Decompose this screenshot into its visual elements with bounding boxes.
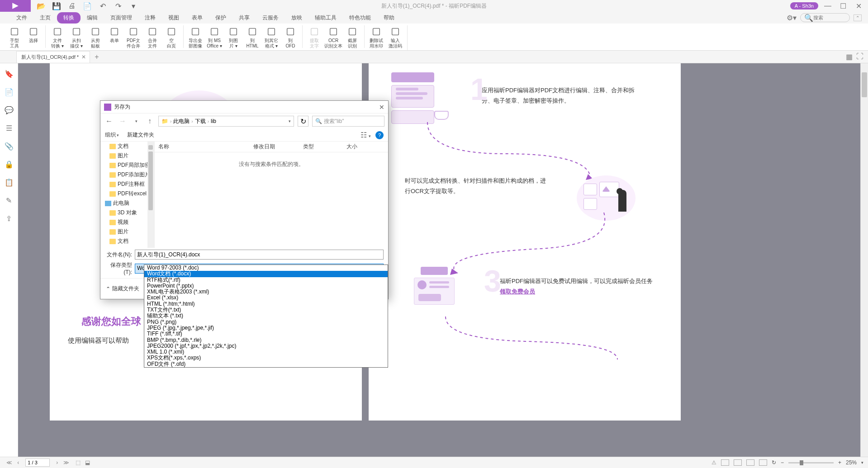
two-page-view[interactable]: [746, 459, 754, 466]
menu-item-8[interactable]: 保护: [209, 12, 232, 24]
selection-mode-icon[interactable]: ⬚: [76, 459, 81, 466]
menu-item-3[interactable]: 编辑: [81, 12, 104, 24]
scrollbar-thumb[interactable]: [862, 72, 867, 97]
zoom-level[interactable]: 25%: [846, 459, 857, 466]
col-size[interactable]: 大小: [343, 143, 370, 151]
filetype-option[interactable]: JPEG (*.jpg,*.jpeg,*.jpe,*.jif): [144, 325, 388, 331]
filetype-option[interactable]: Excel (*.xlsx): [144, 295, 388, 301]
ribbon-btn-1[interactable]: 选择: [24, 25, 43, 44]
tree-item[interactable]: PDF局部加密、f: [100, 161, 154, 170]
tree-item[interactable]: 文档: [100, 236, 154, 246]
tree-item[interactable]: 图片: [100, 151, 154, 161]
share-icon[interactable]: ⇪: [5, 214, 13, 222]
hide-folders-toggle[interactable]: ⌃ 隐藏文件夹: [106, 285, 139, 293]
menu-item-6[interactable]: 视图: [162, 12, 185, 24]
dialog-search-input[interactable]: 🔍 搜索"lib": [312, 116, 384, 127]
undo-icon[interactable]: ↶: [99, 2, 106, 9]
col-name[interactable]: 名称: [155, 143, 250, 151]
zoom-handle[interactable]: [800, 460, 803, 465]
first-page-icon[interactable]: ≪: [5, 459, 14, 466]
comments-icon[interactable]: 💬: [5, 106, 13, 114]
tree-item[interactable]: 此电脑: [100, 199, 154, 208]
tree-item[interactable]: 文档: [100, 142, 154, 151]
filename-input[interactable]: [135, 250, 384, 260]
bookmark-icon[interactable]: 🔖: [5, 70, 13, 78]
menu-item-1[interactable]: 主页: [33, 12, 57, 24]
zoom-dropdown-icon[interactable]: ▾: [861, 460, 863, 465]
filetype-option[interactable]: TIFF (*.tiff,*.tif): [144, 331, 388, 337]
page-number-input[interactable]: [25, 459, 50, 467]
filetype-option[interactable]: RTF格式(*.rtf): [144, 277, 388, 283]
filetype-option[interactable]: XML 1.0 (*.xml): [144, 349, 388, 355]
tree-item[interactable]: 图片: [100, 227, 154, 236]
menu-item-7[interactable]: 表单: [185, 12, 209, 24]
ribbon-btn-16[interactable]: OCR 识别文本: [324, 25, 342, 50]
ribbon-btn-10[interactable]: 到 MS Office ▾: [205, 25, 223, 50]
tree-item[interactable]: 视频: [100, 217, 154, 227]
menu-item-4[interactable]: 页面管理: [104, 12, 138, 24]
pages-icon[interactable]: 📄: [5, 88, 13, 96]
close-button[interactable]: ✕: [853, 1, 864, 10]
folder-tree[interactable]: 文档图片PDF局部加密、fPDF添加图片PDF注释框PDF转excel此电脑3D…: [100, 142, 155, 248]
zoom-slider[interactable]: [788, 462, 834, 463]
ribbon-btn-17[interactable]: 截屏 识别: [343, 25, 361, 50]
options-icon[interactable]: ⚙▾: [787, 14, 797, 22]
save-icon[interactable]: 💾: [53, 2, 60, 9]
filetype-option[interactable]: Word文档 (*.docx): [144, 271, 388, 277]
continuous-view[interactable]: [734, 459, 742, 466]
ribbon-btn-18[interactable]: 删除试 用水印: [367, 25, 385, 50]
menu-item-0[interactable]: 文件: [10, 12, 33, 24]
ribbon-btn-7[interactable]: 合并 文件: [143, 25, 161, 50]
minimize-button[interactable]: —: [822, 1, 834, 10]
tree-item[interactable]: 下载: [100, 246, 154, 248]
ribbon-btn-2[interactable]: 文件 转换 ▾: [48, 25, 66, 50]
menu-item-13[interactable]: 特色功能: [343, 12, 377, 24]
filetype-option[interactable]: XML电子表格2003 (*.xml): [144, 289, 388, 295]
form-icon[interactable]: 📋: [5, 178, 13, 186]
attachments-icon[interactable]: 📎: [5, 142, 13, 150]
add-tab-button[interactable]: +: [95, 53, 99, 61]
dialog-close-icon[interactable]: ✕: [379, 104, 384, 111]
security-icon[interactable]: 🔒: [5, 160, 13, 168]
nav-forward-icon[interactable]: →: [118, 116, 128, 126]
ribbon-btn-9[interactable]: 导出全 部图像: [186, 25, 204, 50]
open-icon[interactable]: 📂: [38, 2, 45, 9]
filetype-option[interactable]: BMP (*.bmp,*.dib,*.rle): [144, 337, 388, 343]
filetype-option[interactable]: Word 97-2003 (*.doc): [144, 265, 388, 271]
tree-item[interactable]: PDF转excel: [100, 189, 154, 199]
dialog-titlebar[interactable]: 另存为 ✕: [100, 101, 388, 113]
tree-scrollbar[interactable]: [147, 142, 154, 248]
filetype-option[interactable]: PowerPoint (*.pptx): [144, 283, 388, 289]
print-icon[interactable]: 🖨: [68, 2, 76, 9]
qat-more-icon[interactable]: ▾: [130, 2, 137, 9]
menu-item-14[interactable]: 帮助: [377, 12, 401, 24]
filetype-option[interactable]: OFD文件 (*.ofd): [144, 361, 388, 367]
prev-page-icon[interactable]: ‹: [15, 459, 21, 466]
ribbon-btn-13[interactable]: 到其它 格式 ▾: [262, 25, 280, 50]
menu-item-12[interactable]: 辅助工具: [308, 12, 343, 24]
tree-item[interactable]: PDF添加图片: [100, 170, 154, 180]
two-continuous-view[interactable]: [759, 459, 767, 466]
single-page-view[interactable]: [721, 459, 729, 466]
filetype-option[interactable]: TXT文件(*.txt): [144, 307, 388, 313]
breadcrumb[interactable]: 📁 › 此电脑 › 下载 › lib ▾: [158, 116, 294, 127]
grid-view-icon[interactable]: ▦: [846, 52, 853, 61]
reading-mode-icon[interactable]: ⬓: [85, 459, 90, 466]
menu-item-9[interactable]: 共享: [232, 12, 256, 24]
vertical-scrollbar[interactable]: [860, 63, 868, 457]
col-date[interactable]: 修改日期: [250, 143, 299, 151]
filetype-option[interactable]: JPEG2000 (*.jpf,*.jpx,*.jp2,*.j2k,*.jpc): [144, 343, 388, 349]
filetype-option[interactable]: PNG (*.png): [144, 319, 388, 325]
document-tab[interactable]: 新人引导(1)_OCR(4).pdf * ✕: [16, 51, 90, 63]
nav-up-icon[interactable]: ↑: [145, 116, 155, 126]
member-link[interactable]: 领取免费会员: [500, 288, 535, 295]
ribbon-btn-6[interactable]: PDF文 件合并: [124, 25, 142, 50]
expand-icon[interactable]: ⛶: [856, 52, 863, 61]
redo-icon[interactable]: ↷: [114, 2, 122, 9]
filetype-dropdown[interactable]: Word 97-2003 (*.doc)Word文档 (*.docx)RTF格式…: [144, 265, 388, 368]
tree-item[interactable]: 3D 对象: [100, 208, 154, 217]
view-options-icon[interactable]: ☷ ▾: [360, 131, 371, 139]
new-folder-button[interactable]: 新建文件夹: [127, 131, 154, 139]
zoom-in-button[interactable]: +: [838, 459, 841, 466]
ribbon-btn-5[interactable]: 表单: [105, 25, 123, 44]
